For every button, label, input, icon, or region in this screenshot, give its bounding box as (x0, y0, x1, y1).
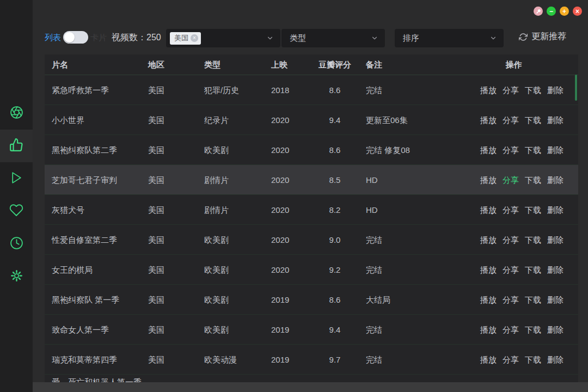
action-delete[interactable]: 删除 (547, 225, 564, 255)
action-download[interactable]: 下载 (525, 285, 541, 315)
cell-note: 完结 (366, 345, 382, 375)
sort-select[interactable]: 排序 (395, 29, 504, 47)
bottom-bar (33, 382, 588, 392)
cell-note: 完结 修复08 (366, 135, 410, 165)
pin-icon (536, 9, 541, 14)
sidebar-item-likes[interactable] (0, 130, 33, 162)
action-download[interactable]: 下载 (525, 315, 541, 345)
col-region: 地区 (148, 54, 164, 75)
cell-year: 2020 (271, 225, 289, 255)
table-row[interactable]: 灰猎犬号美国剧情片20208.2HD播放分享下载删除 (45, 195, 578, 225)
action-share[interactable]: 分享 (503, 135, 519, 165)
action-play[interactable]: 播放 (480, 225, 497, 255)
action-share[interactable]: 分享 (503, 225, 519, 255)
cell-type: 欧美剧 (204, 255, 229, 285)
col-year: 上映 (271, 54, 287, 75)
action-play[interactable]: 播放 (480, 285, 497, 315)
table-row[interactable]: 小小世界美国纪录片20209.4更新至06集播放分享下载删除 (45, 105, 578, 135)
action-play[interactable]: 播放 (480, 255, 497, 285)
maximize-button[interactable]: + (560, 7, 569, 16)
region-select[interactable]: 美国 × (166, 29, 280, 47)
cell-type: 剧情片 (204, 165, 229, 195)
type-select[interactable]: 类型 (281, 29, 385, 47)
row-actions: 播放分享下载删除 (464, 255, 564, 285)
action-delete[interactable]: 删除 (547, 255, 564, 285)
action-delete[interactable]: 删除 (547, 315, 564, 345)
sidebar-item-play[interactable] (0, 162, 33, 195)
cell-title: 瑞克和莫蒂第四季 (52, 345, 117, 375)
sidebar-item-history[interactable] (0, 228, 33, 260)
table-row[interactable]: 紧急呼救第一季美国犯罪/历史20188.6完结播放分享下载删除 (45, 75, 578, 105)
cell-note: 完结 (366, 315, 382, 345)
action-download[interactable]: 下载 (525, 75, 541, 105)
action-download[interactable]: 下载 (525, 135, 541, 165)
action-share[interactable]: 分享 (503, 285, 519, 315)
action-share[interactable]: 分享 (503, 165, 519, 195)
sidebar (0, 0, 33, 392)
sidebar-item-favorites[interactable] (0, 195, 33, 228)
table-row[interactable]: 黑袍纠察队第二季美国欧美剧20208.6完结 修复08播放分享下载删除 (45, 135, 578, 165)
scrollbar-thumb[interactable] (575, 75, 577, 101)
table-row[interactable]: 女王的棋局美国欧美剧20209.2完结播放分享下载删除 (45, 255, 578, 285)
action-share[interactable]: 分享 (503, 255, 519, 285)
close-button[interactable]: × (573, 7, 582, 16)
action-play[interactable]: 播放 (480, 345, 497, 375)
cell-rating: 9.7 (316, 345, 354, 375)
cell-year: 2020 (271, 105, 289, 135)
table-row[interactable]: 黑袍纠察队 第一季美国欧美剧20198.6大结局播放分享下载删除 (45, 285, 578, 315)
cell-rating: 8.5 (316, 165, 354, 195)
cell-year: 2019 (271, 315, 289, 345)
refresh-recommend-button[interactable]: 更新推荐 (519, 31, 566, 42)
cell-type: 欧美剧 (204, 225, 229, 255)
table-row[interactable]: 瑞克和莫蒂第四季美国欧美动漫20199.7完结播放分享下载删除 (45, 345, 578, 375)
sidebar-item-aperture[interactable] (0, 97, 33, 130)
thumbs-up-icon (9, 138, 23, 154)
action-delete[interactable]: 删除 (547, 135, 564, 165)
view-toggle[interactable] (63, 31, 88, 44)
action-delete[interactable]: 删除 (547, 345, 564, 375)
cell-title: 黑袍纠察队第二季 (52, 135, 117, 165)
action-share[interactable]: 分享 (503, 75, 519, 105)
action-download[interactable]: 下载 (525, 345, 541, 375)
window-controls: − + × (534, 7, 582, 16)
sidebar-item-settings[interactable] (0, 260, 33, 293)
pin-button[interactable] (534, 7, 543, 16)
action-share[interactable]: 分享 (503, 345, 519, 375)
action-download[interactable]: 下载 (525, 255, 541, 285)
cell-type: 欧美剧 (204, 315, 229, 345)
action-play[interactable]: 播放 (480, 135, 497, 165)
cell-year: 2020 (271, 255, 289, 285)
action-play[interactable]: 播放 (480, 165, 497, 195)
action-download[interactable]: 下载 (525, 225, 541, 255)
action-share[interactable]: 分享 (503, 105, 519, 135)
cell-title: 小小世界 (52, 105, 84, 135)
cell-region: 美国 (148, 135, 164, 165)
action-download[interactable]: 下载 (525, 105, 541, 135)
refresh-icon (519, 33, 528, 41)
action-play[interactable]: 播放 (480, 75, 497, 105)
table-row[interactable]: 芝加哥七君子审判美国剧情片20208.5HD播放分享下载删除 (45, 165, 578, 195)
action-play[interactable]: 播放 (480, 105, 497, 135)
list-view-label[interactable]: 列表 (45, 33, 61, 43)
remove-tag-icon[interactable]: × (191, 34, 198, 42)
cell-rating: 8.6 (316, 135, 354, 165)
table-row[interactable]: 致命女人第一季美国欧美剧20199.4完结播放分享下载删除 (45, 315, 578, 345)
video-table: 片名 地区 类型 上映 豆瓣评分 备注 操作 紧急呼救第一季美国犯罪/历史201… (45, 54, 578, 392)
action-delete[interactable]: 删除 (547, 285, 564, 315)
action-play[interactable]: 播放 (480, 315, 497, 345)
action-delete[interactable]: 删除 (547, 75, 564, 105)
action-download[interactable]: 下载 (525, 165, 541, 195)
action-delete[interactable]: 删除 (547, 195, 564, 225)
table-row[interactable]: 性爱自修室第二季美国欧美剧20209.0完结播放分享下载删除 (45, 225, 578, 255)
action-delete[interactable]: 删除 (547, 105, 564, 135)
row-actions: 播放分享下载删除 (464, 285, 564, 315)
cell-title: 女王的棋局 (52, 255, 93, 285)
action-play[interactable]: 播放 (480, 195, 497, 225)
cell-region: 美国 (148, 195, 164, 225)
action-share[interactable]: 分享 (503, 315, 519, 345)
action-delete[interactable]: 删除 (547, 165, 564, 195)
minimize-button[interactable]: − (547, 7, 556, 16)
row-actions: 播放分享下载删除 (464, 105, 564, 135)
action-download[interactable]: 下载 (525, 195, 541, 225)
action-share[interactable]: 分享 (503, 195, 519, 225)
